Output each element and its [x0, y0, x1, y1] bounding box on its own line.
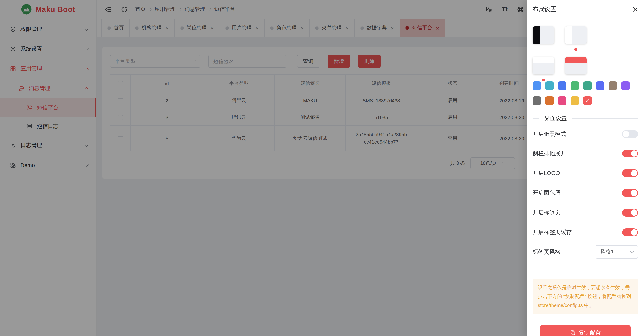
sidebar-accordion-toggle[interactable] — [622, 149, 638, 157]
setting-label: 开启标签页 — [532, 209, 560, 216]
theme-color-swatch[interactable] — [621, 81, 630, 90]
tabs-toggle[interactable] — [622, 208, 638, 216]
drawer-header: 布局设置 × — [526, 0, 644, 19]
theme-color-swatch[interactable] — [558, 81, 566, 90]
setting-label: 侧栏排他展开 — [532, 150, 566, 157]
theme-color-swatch[interactable] — [570, 96, 579, 105]
theme-color-swatch[interactable] — [583, 81, 592, 90]
chevron-down-icon — [630, 249, 634, 253]
layout-option-light-header[interactable] — [532, 57, 554, 74]
tabs-cache-toggle[interactable] — [622, 228, 638, 236]
setting-row-sidebar-accordion: 侧栏排他展开 — [532, 146, 638, 161]
setting-row-breadcrumb: 开启面包屑 — [532, 185, 638, 200]
theme-color-swatch[interactable] — [608, 81, 617, 90]
setting-label: 开启暗黑模式 — [532, 130, 566, 138]
copy-config-button[interactable]: 复制配置 — [540, 325, 630, 336]
dark-mode-toggle[interactable] — [622, 130, 638, 138]
theme-color-swatch[interactable] — [545, 81, 554, 90]
setting-row-tab-style: 标签页风格 风格1 — [532, 245, 638, 259]
theme-color-swatch[interactable] — [570, 81, 579, 90]
warning-note: 设置之后仅是临时生效，要想永久生效，需点击下方的 "复制配置" 按钮，将配置替换… — [532, 279, 638, 315]
setting-row-dark-mode: 开启暗黑模式 — [532, 126, 638, 142]
selected-dot-icon — [542, 79, 545, 81]
layout-settings-drawer: 布局设置 × ✓ 界面设置 — [526, 0, 644, 336]
modal-overlay[interactable] — [0, 0, 526, 336]
setting-label: 开启标签页缓存 — [532, 229, 572, 236]
setting-label: 标签页风格 — [532, 248, 560, 255]
copy-config-label: 复制配置 — [578, 329, 601, 336]
theme-color-swatch[interactable] — [532, 81, 541, 90]
theme-color-row: ✓ — [532, 96, 592, 105]
tab-style-select[interactable]: 风格1 — [596, 245, 638, 259]
divider — [532, 269, 638, 269]
check-icon: ✓ — [585, 98, 590, 104]
section-divider: 界面设置 — [532, 113, 638, 124]
theme-color-swatch[interactable] — [545, 96, 554, 105]
setting-row-tabs-cache: 开启标签页缓存 — [532, 224, 638, 240]
drawer-title: 布局设置 — [532, 5, 556, 13]
layout-option-primary-header[interactable] — [565, 57, 586, 74]
theme-color-swatch[interactable] — [558, 96, 566, 105]
theme-color-row — [532, 81, 630, 90]
theme-color-swatch[interactable] — [532, 96, 541, 105]
setting-row-tabs: 开启标签页 — [532, 205, 638, 220]
breadcrumb-toggle[interactable] — [622, 189, 638, 197]
layout-option-light-sidebar[interactable] — [565, 26, 586, 44]
tab-style-value: 风格1 — [600, 249, 614, 255]
logo-toggle[interactable] — [622, 169, 638, 177]
app-root: Maku Boot 权限管理 系统设置 应用管理 消息管理 — [0, 0, 644, 336]
close-icon[interactable]: × — [632, 5, 638, 13]
theme-color-swatch[interactable] — [596, 81, 604, 90]
theme-color-swatch-selected[interactable]: ✓ — [583, 96, 592, 105]
setting-label: 开启面包屑 — [532, 189, 560, 196]
setting-row-logo: 开启LOGO — [532, 165, 638, 181]
copy-icon — [570, 330, 576, 336]
selected-dot-icon — [574, 48, 577, 51]
section-title: 界面设置 — [539, 115, 572, 122]
layout-option-dark-sidebar[interactable] — [532, 26, 554, 44]
setting-label: 开启LOGO — [532, 169, 560, 176]
